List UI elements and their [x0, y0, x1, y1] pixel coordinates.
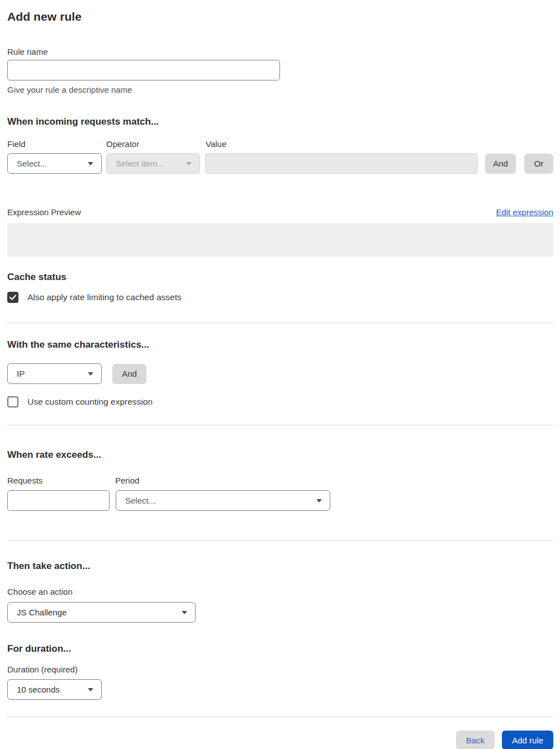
chevron-down-icon	[182, 611, 187, 614]
chevron-down-icon	[88, 162, 93, 165]
characteristic-select-value: IP	[17, 369, 25, 378]
action-select[interactable]: JS Challenge	[7, 602, 196, 623]
divider	[7, 323, 553, 323]
duration-select-value: 10 seconds	[17, 685, 60, 694]
custom-counting-checkbox[interactable]	[7, 396, 18, 407]
expression-preview-box	[7, 223, 553, 257]
expression-preview-label: Expression Preview	[7, 207, 81, 217]
field-select-value: Select...	[17, 159, 47, 168]
operator-label: Operator	[106, 139, 206, 149]
divider	[7, 425, 553, 425]
page-title: Add new rule	[7, 10, 553, 23]
cached-assets-checkbox[interactable]	[7, 292, 18, 303]
divider	[7, 717, 553, 717]
chevron-down-icon	[88, 688, 93, 691]
and-button[interactable]: And	[485, 154, 516, 174]
rule-name-helper: Give your rule a descriptive name	[7, 85, 553, 94]
rule-name-input[interactable]	[7, 60, 280, 80]
value-label: Value	[206, 139, 226, 149]
rule-name-label: Rule name	[7, 47, 553, 56]
back-button[interactable]: Back	[456, 731, 495, 749]
duration-section-heading: For duration...	[7, 643, 553, 655]
checkmark-icon	[10, 295, 16, 300]
chevron-down-icon	[186, 162, 192, 165]
characteristic-select[interactable]: IP	[7, 363, 102, 384]
period-label: Period	[115, 476, 139, 485]
divider	[7, 541, 553, 541]
value-input[interactable]	[205, 153, 478, 174]
period-select-value: Select...	[125, 496, 155, 505]
requests-input[interactable]	[7, 490, 110, 511]
rate-section-heading: When rate exceeds...	[7, 449, 553, 461]
field-select[interactable]: Select...	[7, 153, 102, 174]
action-select-value: JS Challenge	[17, 608, 67, 617]
characteristic-and-button[interactable]: And	[112, 364, 146, 384]
edit-expression-link[interactable]: Edit expression	[496, 207, 553, 217]
action-section-heading: Then take action...	[7, 561, 553, 572]
chevron-down-icon	[316, 499, 322, 503]
chevron-down-icon	[88, 372, 93, 376]
cache-section-heading: Cache status	[7, 272, 553, 283]
choose-action-label: Choose an action	[7, 587, 553, 596]
field-label: Field	[7, 139, 106, 149]
duration-label: Duration (required)	[7, 665, 553, 674]
custom-counting-label: Use custom counting expression	[27, 397, 153, 407]
duration-select[interactable]: 10 seconds	[7, 679, 102, 700]
or-button[interactable]: Or	[524, 154, 553, 174]
add-rule-form: Add new rule Rule name Give your rule a …	[0, 10, 560, 749]
period-select[interactable]: Select...	[116, 490, 330, 511]
match-section-heading: When incoming requests match...	[7, 116, 553, 127]
characteristics-section-heading: With the same characteristics...	[7, 339, 553, 350]
operator-select[interactable]: Select item...	[106, 153, 200, 174]
operator-select-value: Select item...	[116, 159, 164, 168]
add-rule-button[interactable]: Add rule	[502, 731, 553, 749]
requests-label: Requests	[7, 476, 115, 485]
cached-assets-label: Also apply rate limiting to cached asset…	[27, 292, 182, 302]
